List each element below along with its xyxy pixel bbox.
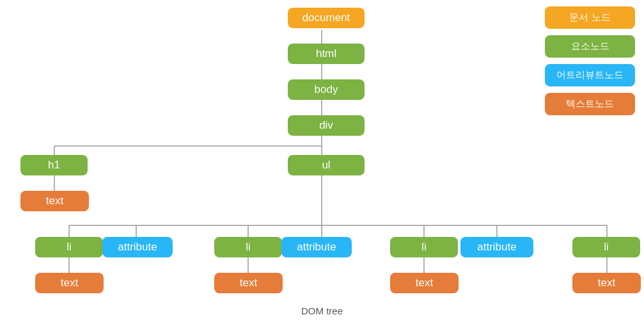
legend-document: 문서 노드 — [545, 6, 635, 29]
legend: 문서 노드 요소노드 어트리뷰트노드 텍스트노드 — [545, 6, 635, 115]
caption: DOM tree — [301, 305, 343, 316]
node-li1: li — [35, 237, 103, 257]
node-html: html — [288, 44, 365, 64]
node-text-li2: text — [214, 273, 283, 293]
node-li3: li — [390, 237, 458, 257]
node-document: document — [288, 8, 365, 28]
legend-attribute: 어트리뷰트노드 — [545, 64, 635, 86]
node-text-li3: text — [390, 273, 459, 293]
legend-text: 텍스트노드 — [545, 93, 635, 115]
node-li4: li — [572, 237, 640, 257]
node-text-li1: text — [35, 273, 104, 293]
legend-element: 요소노드 — [545, 35, 635, 58]
node-body: body — [288, 79, 365, 100]
node-attr2: attribute — [281, 237, 352, 257]
node-attr1: attribute — [102, 237, 173, 257]
node-div: div — [288, 115, 365, 136]
node-li2: li — [214, 237, 282, 257]
node-attr3: attribute — [460, 237, 533, 257]
node-text-li4: text — [572, 273, 641, 293]
node-h1: h1 — [20, 155, 88, 175]
tree-container: document html body div h1 ul text li att… — [0, 0, 644, 324]
node-text-h1: text — [20, 191, 89, 211]
node-ul: ul — [288, 155, 365, 175]
